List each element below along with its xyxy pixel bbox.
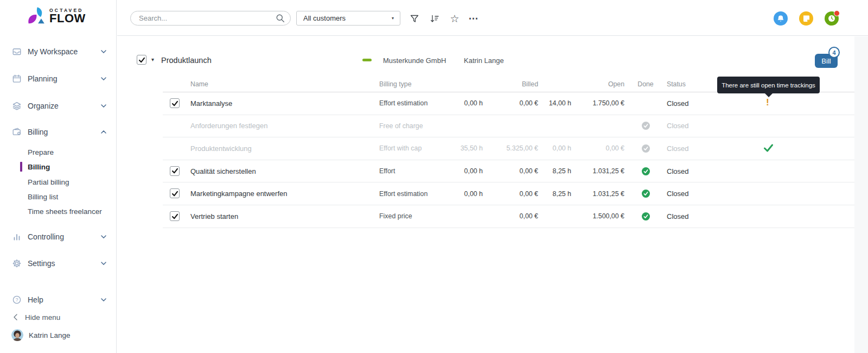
sidebar-item-label: Billing xyxy=(28,128,48,136)
work-package-name[interactable]: Qualität sicherstellen xyxy=(182,167,379,175)
running-timer-badge xyxy=(834,10,840,16)
sidebar-item-my-workspace[interactable]: My Workspace xyxy=(0,44,116,59)
done-check-icon xyxy=(642,122,650,130)
caret-down-icon: ▾ xyxy=(392,16,394,21)
sort-button[interactable] xyxy=(428,12,441,25)
done-check-icon xyxy=(642,167,650,175)
chevron-up-icon xyxy=(101,130,106,134)
search-icon xyxy=(276,14,285,23)
sidebar-item-partial-billing[interactable]: Partial billing xyxy=(0,175,116,188)
sidebar-item-settings[interactable]: Settings xyxy=(0,256,116,271)
sort-icon xyxy=(430,14,439,23)
done-cell xyxy=(624,167,667,175)
tooltip: There are still open time trackings xyxy=(717,77,820,93)
notifications-button[interactable] xyxy=(774,11,788,26)
help-question-icon: ? xyxy=(12,295,22,305)
row-checkbox[interactable] xyxy=(170,166,180,176)
filter-button[interactable] xyxy=(408,12,421,25)
clock-icon xyxy=(828,15,835,22)
notes-button[interactable] xyxy=(799,11,813,26)
sidebar-item-prepare[interactable]: Prepare xyxy=(0,146,116,159)
sidebar-item-billing-active[interactable]: Billing xyxy=(0,160,116,173)
hide-menu-button[interactable]: Hide menu xyxy=(0,311,116,324)
row-checkbox[interactable] xyxy=(170,188,180,198)
status-label: Closed xyxy=(667,99,716,108)
calendar-icon xyxy=(12,74,22,84)
chevron-down-icon xyxy=(101,235,106,238)
row-checkbox[interactable] xyxy=(170,211,180,221)
done-cell xyxy=(624,212,667,220)
more-options-button[interactable]: ⋯ xyxy=(467,12,480,25)
time-tracking-button[interactable] xyxy=(825,11,839,26)
work-package-name[interactable]: Marktanalyse xyxy=(182,99,379,108)
work-package-name[interactable]: Vertrieb starten xyxy=(182,212,379,220)
sidebar-item-label: Settings xyxy=(28,259,55,268)
status-label: Closed xyxy=(667,144,716,153)
work-package-table: Marktanalyse Effort estimation 0,00 h 0,… xyxy=(163,92,854,228)
sidebar-item-organize[interactable]: Organize xyxy=(0,98,116,114)
done-cell xyxy=(624,190,667,198)
bill-count-badge: 4 xyxy=(828,47,840,58)
favorite-button[interactable]: ☆ xyxy=(448,12,461,25)
billed-success-check-icon xyxy=(763,144,774,154)
table-row[interactable]: Anforderungen festlegen Free of charge C… xyxy=(163,115,854,138)
col-header-name: Name xyxy=(182,80,379,88)
table-row[interactable]: Vertrieb starten Fixed price 0,00 € 1.50… xyxy=(163,205,854,228)
user-menu[interactable]: Katrin Lange xyxy=(0,328,116,342)
col-header-done: Done xyxy=(624,80,667,88)
col-header-open: Open xyxy=(571,80,624,88)
bell-icon xyxy=(777,15,784,23)
sidebar-item-label: Help xyxy=(28,295,43,304)
project-customer: Musterkunde GmbH xyxy=(383,56,446,65)
sidebar: OCTAVED FLOW My Workspace Planning xyxy=(0,0,117,353)
brand-name: FLOW xyxy=(49,13,86,24)
chevron-down-icon xyxy=(101,104,106,108)
project-status-dash-icon xyxy=(362,59,372,61)
sidebar-item-planning[interactable]: Planning xyxy=(0,71,116,86)
search-input[interactable] xyxy=(138,14,276,23)
table-row[interactable]: Marketingkampagne entwerfen Effort estim… xyxy=(163,182,854,205)
col-header-status: Status xyxy=(667,80,716,88)
ellipsis-icon: ⋯ xyxy=(469,12,479,24)
user-name: Katrin Lange xyxy=(29,331,71,339)
sidebar-item-label: Organize xyxy=(28,102,59,110)
sidebar-item-help[interactable]: ? Help xyxy=(0,292,116,307)
work-package-name[interactable]: Anforderungen festlegen xyxy=(182,122,379,130)
done-cell xyxy=(624,122,667,130)
table-row[interactable]: Qualität sicherstellen Effort 0,00 h 0,0… xyxy=(163,160,854,183)
logo-icon xyxy=(27,5,46,26)
topbar: All customers ▾ ☆ ⋯ xyxy=(117,0,868,36)
sidebar-item-label: Planning xyxy=(28,74,58,83)
done-check-icon xyxy=(642,190,650,198)
collapse-caret-icon[interactable]: ▾ xyxy=(151,56,154,62)
sidebar-item-billing[interactable]: Billing xyxy=(0,124,116,140)
table-row[interactable]: Marktanalyse Effort estimation 0,00 h 0,… xyxy=(163,92,854,115)
done-cell xyxy=(624,144,667,153)
status-label: Closed xyxy=(667,190,716,198)
project-checkbox[interactable] xyxy=(137,55,146,65)
project-manager: Katrin Lange xyxy=(464,56,504,65)
customer-filter-value: All customers xyxy=(303,14,392,22)
funnel-icon xyxy=(410,14,419,23)
row-checkbox[interactable] xyxy=(170,98,180,108)
sidebar-item-controlling[interactable]: Controlling xyxy=(0,229,116,244)
done-check-icon xyxy=(642,144,650,153)
sidebar-item-time-sheets-freelancer[interactable]: Time sheets freelancer xyxy=(0,205,116,218)
customer-filter-dropdown[interactable]: All customers ▾ xyxy=(296,11,400,26)
sidebar-item-label: My Workspace xyxy=(28,47,78,56)
work-package-name[interactable]: Produktentwicklung xyxy=(182,144,379,153)
project-name[interactable]: Produktlaunch xyxy=(161,56,212,65)
work-package-name[interactable]: Marketingkampagne entwerfen xyxy=(182,190,379,198)
done-check-icon xyxy=(642,212,650,220)
table-row[interactable]: Produktentwicklung Effort with cap 35,50… xyxy=(163,137,854,160)
note-icon xyxy=(803,15,810,22)
status-label: Closed xyxy=(667,212,716,220)
sidebar-item-label: Controlling xyxy=(28,232,64,241)
octaved-flow-logo: OCTAVED FLOW xyxy=(27,5,86,26)
chevron-down-icon xyxy=(101,50,106,53)
chevron-left-icon xyxy=(13,314,18,320)
chevron-down-icon xyxy=(101,298,106,301)
layers-icon xyxy=(12,101,22,111)
sidebar-item-billing-list[interactable]: Billing list xyxy=(0,190,116,203)
open-time-trackings-warning-icon[interactable]: ! xyxy=(766,97,769,108)
